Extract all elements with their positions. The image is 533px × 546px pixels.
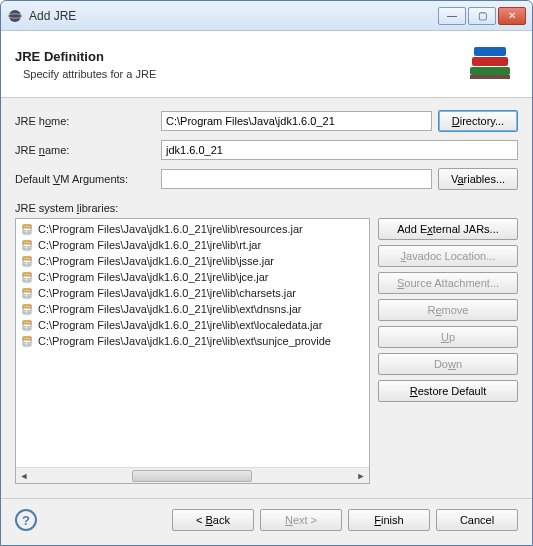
jre-name-label: JRE name:	[15, 144, 155, 156]
jar-icon: 010	[20, 286, 34, 300]
svg-rect-16	[23, 273, 31, 276]
library-item[interactable]: 010C:\Program Files\Java\jdk1.6.0_21\jre…	[16, 269, 369, 285]
add-jre-dialog: Add JRE — ▢ ✕ JRE Definition Specify att…	[0, 0, 533, 546]
library-path: C:\Program Files\Java\jdk1.6.0_21\jre\li…	[38, 335, 331, 347]
svg-text:010: 010	[24, 245, 31, 250]
library-path: C:\Program Files\Java\jdk1.6.0_21\jre\li…	[38, 255, 274, 267]
svg-rect-7	[23, 225, 31, 228]
library-item[interactable]: 010C:\Program Files\Java\jdk1.6.0_21\jre…	[16, 253, 369, 269]
svg-text:010: 010	[24, 229, 31, 234]
cancel-button[interactable]: Cancel	[436, 509, 518, 531]
svg-rect-3	[472, 57, 508, 66]
jre-name-input[interactable]	[161, 140, 518, 160]
back-button[interactable]: < Back	[172, 509, 254, 531]
svg-rect-10	[23, 241, 31, 244]
restore-default-button[interactable]: Restore Default	[378, 380, 518, 402]
library-path: C:\Program Files\Java\jdk1.6.0_21\jre\li…	[38, 287, 296, 299]
libraries-listbox[interactable]: 010C:\Program Files\Java\jdk1.6.0_21\jre…	[15, 218, 370, 484]
header-title: JRE Definition	[15, 49, 462, 64]
library-item[interactable]: 010C:\Program Files\Java\jdk1.6.0_21\jre…	[16, 333, 369, 349]
svg-rect-19	[23, 289, 31, 292]
svg-rect-13	[23, 257, 31, 260]
svg-rect-28	[23, 337, 31, 340]
jar-icon: 010	[20, 270, 34, 284]
scroll-right-icon[interactable]: ►	[353, 469, 369, 483]
close-button[interactable]: ✕	[498, 7, 526, 25]
down-button[interactable]: Down	[378, 353, 518, 375]
library-path: C:\Program Files\Java\jdk1.6.0_21\jre\li…	[38, 239, 261, 251]
svg-rect-4	[474, 47, 506, 56]
library-item[interactable]: 010C:\Program Files\Java\jdk1.6.0_21\jre…	[16, 285, 369, 301]
help-icon[interactable]: ?	[15, 509, 37, 531]
svg-point-0	[9, 10, 21, 22]
system-libraries-label: JRE system libraries:	[15, 202, 518, 214]
up-button[interactable]: Up	[378, 326, 518, 348]
svg-text:010: 010	[24, 325, 31, 330]
horizontal-scrollbar[interactable]: ◄ ►	[16, 467, 369, 483]
jar-icon: 010	[20, 318, 34, 332]
svg-text:010: 010	[24, 341, 31, 346]
scroll-thumb[interactable]	[132, 470, 252, 482]
svg-text:010: 010	[24, 261, 31, 266]
remove-button[interactable]: Remove	[378, 299, 518, 321]
svg-rect-5	[470, 75, 510, 79]
books-icon	[462, 41, 518, 87]
javadoc-location-button[interactable]: Javadoc Location...	[378, 245, 518, 267]
svg-text:010: 010	[24, 293, 31, 298]
finish-button[interactable]: Finish	[348, 509, 430, 531]
library-path: C:\Program Files\Java\jdk1.6.0_21\jre\li…	[38, 303, 302, 315]
svg-text:010: 010	[24, 309, 31, 314]
svg-rect-22	[23, 305, 31, 308]
svg-rect-2	[470, 67, 510, 75]
library-path: C:\Program Files\Java\jdk1.6.0_21\jre\li…	[38, 223, 303, 235]
jar-icon: 010	[20, 254, 34, 268]
scroll-left-icon[interactable]: ◄	[16, 469, 32, 483]
vm-args-label: Default VM Arguments:	[15, 173, 155, 185]
jre-home-input[interactable]	[161, 111, 432, 131]
directory-button[interactable]: Directory...	[438, 110, 518, 132]
add-external-jars-button[interactable]: Add External JARs...	[378, 218, 518, 240]
jre-home-label: JRE home:	[15, 115, 155, 127]
library-path: C:\Program Files\Java\jdk1.6.0_21\jre\li…	[38, 271, 268, 283]
svg-text:010: 010	[24, 277, 31, 282]
variables-button[interactable]: Variables...	[438, 168, 518, 190]
jar-icon: 010	[20, 222, 34, 236]
vm-args-input[interactable]	[161, 169, 432, 189]
library-item[interactable]: 010C:\Program Files\Java\jdk1.6.0_21\jre…	[16, 221, 369, 237]
library-path: C:\Program Files\Java\jdk1.6.0_21\jre\li…	[38, 319, 322, 331]
source-attachment-button[interactable]: Source Attachment...	[378, 272, 518, 294]
svg-rect-25	[23, 321, 31, 324]
eclipse-icon	[7, 8, 23, 24]
jar-icon: 010	[20, 334, 34, 348]
jar-icon: 010	[20, 302, 34, 316]
window-title: Add JRE	[29, 9, 438, 23]
next-button[interactable]: Next >	[260, 509, 342, 531]
minimize-button[interactable]: —	[438, 7, 466, 25]
library-item[interactable]: 010C:\Program Files\Java\jdk1.6.0_21\jre…	[16, 317, 369, 333]
maximize-button[interactable]: ▢	[468, 7, 496, 25]
dialog-footer: ? < Back Next > Finish Cancel	[1, 498, 532, 545]
library-item[interactable]: 010C:\Program Files\Java\jdk1.6.0_21\jre…	[16, 237, 369, 253]
titlebar[interactable]: Add JRE — ▢ ✕	[1, 1, 532, 31]
library-item[interactable]: 010C:\Program Files\Java\jdk1.6.0_21\jre…	[16, 301, 369, 317]
jar-icon: 010	[20, 238, 34, 252]
dialog-header: JRE Definition Specify attributes for a …	[1, 31, 532, 98]
header-subtitle: Specify attributes for a JRE	[23, 68, 462, 80]
